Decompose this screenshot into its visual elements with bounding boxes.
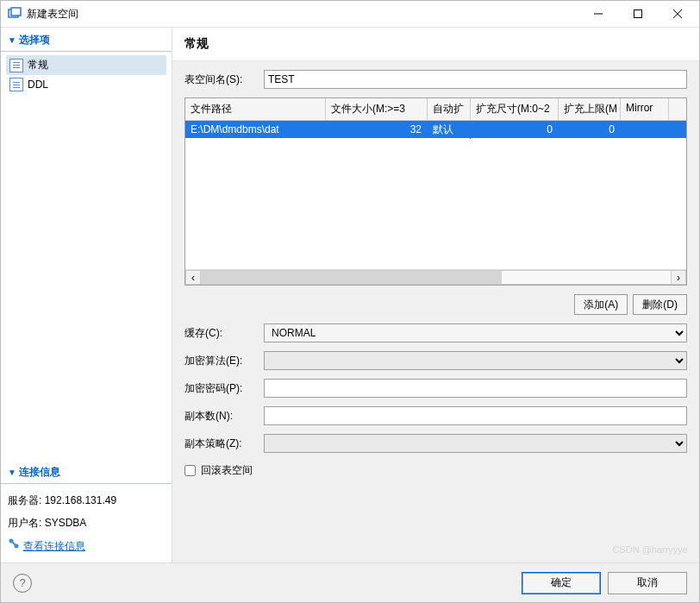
server-value: 192.168.131.49 xyxy=(45,494,116,506)
table-row[interactable]: E:\DM\dmdbms\dat 32 默认 0 0 xyxy=(185,121,686,138)
connection-header-label: 连接信息 xyxy=(19,465,60,480)
collapse-arrow-icon: ▼ xyxy=(8,468,16,477)
server-row: 服务器: 192.168.131.49 xyxy=(8,489,165,512)
link-icon xyxy=(8,535,20,557)
svg-rect-3 xyxy=(634,10,642,18)
view-connection-label: 查看连接信息 xyxy=(23,535,85,557)
cell-extsize: 0 xyxy=(471,122,559,137)
replica-input[interactable] xyxy=(264,406,687,425)
tablespace-name-label: 表空间名(S): xyxy=(184,72,257,87)
maximize-button[interactable] xyxy=(618,1,658,27)
horizontal-scrollbar[interactable]: ‹ › xyxy=(185,269,686,285)
cell-extlimit: 0 xyxy=(559,122,621,137)
ok-button[interactable]: 确定 xyxy=(522,572,601,594)
sidebar: ▼ 选择项 常规 DDL ▼ 连接信息 服务器: 192.168.131.49 xyxy=(1,28,172,562)
col-size[interactable]: 文件大小(M:>=3 xyxy=(326,98,428,120)
user-row: 用户名: SYSDBA xyxy=(8,512,165,534)
user-value: SYSDBA xyxy=(45,517,87,529)
footer: ? 确定 取消 xyxy=(1,562,699,602)
help-button[interactable]: ? xyxy=(13,574,32,593)
col-extlimit[interactable]: 扩充上限(M xyxy=(559,98,621,120)
delete-button[interactable]: 删除(D) xyxy=(633,294,687,315)
sidebar-item-ddl[interactable]: DDL xyxy=(6,75,166,94)
policy-select[interactable] xyxy=(264,434,687,453)
svg-line-8 xyxy=(13,542,16,544)
close-button[interactable] xyxy=(658,1,697,27)
col-path[interactable]: 文件路径 xyxy=(185,98,326,120)
rollback-label: 回滚表空间 xyxy=(201,463,253,478)
titlebar: 新建表空间 xyxy=(1,1,699,27)
page-icon xyxy=(9,59,23,72)
server-label: 服务器: xyxy=(8,494,41,506)
cell-path: E:\DM\dmdbms\dat xyxy=(185,122,326,137)
policy-label: 副本策略(Z): xyxy=(184,437,257,451)
enc-algo-select[interactable] xyxy=(264,351,687,370)
sidebar-item-label: 常规 xyxy=(28,58,48,72)
enc-pwd-label: 加密密码(P): xyxy=(184,381,257,396)
app-icon xyxy=(8,7,22,21)
sidebar-item-label: DDL xyxy=(28,79,48,91)
rollback-checkbox[interactable] xyxy=(184,465,196,476)
options-header[interactable]: ▼ 选择项 xyxy=(1,28,172,52)
view-connection-link[interactable]: 查看连接信息 xyxy=(8,535,165,557)
cell-auto: 默认 xyxy=(428,121,471,139)
collapse-arrow-icon: ▼ xyxy=(8,35,16,45)
window-title: 新建表空间 xyxy=(27,7,578,22)
cell-mirror xyxy=(621,128,669,131)
main-panel: 常规 表空间名(S): 文件路径 文件大小(M:>=3 自动扩 扩充尺寸(M:0… xyxy=(172,28,699,562)
scroll-thumb[interactable] xyxy=(201,271,502,284)
col-mirror[interactable]: Mirror xyxy=(621,98,669,120)
cancel-button[interactable]: 取消 xyxy=(608,572,687,594)
enc-pwd-input[interactable] xyxy=(264,379,687,398)
svg-rect-1 xyxy=(11,8,21,16)
page-icon xyxy=(9,78,23,91)
scroll-left-icon[interactable]: ‹ xyxy=(185,270,201,285)
file-grid[interactable]: 文件路径 文件大小(M:>=3 自动扩 扩充尺寸(M:0~2 扩充上限(M Mi… xyxy=(184,97,687,286)
page-title: 常规 xyxy=(172,28,699,61)
scroll-right-icon[interactable]: › xyxy=(671,270,686,285)
minimize-button[interactable] xyxy=(578,1,618,27)
sidebar-item-general[interactable]: 常规 xyxy=(6,55,166,75)
col-extsize[interactable]: 扩充尺寸(M:0~2 xyxy=(471,98,559,120)
replica-label: 副本数(N): xyxy=(184,409,257,424)
connection-header[interactable]: ▼ 连接信息 xyxy=(1,460,172,484)
tablespace-name-input[interactable] xyxy=(264,70,687,89)
cache-label: 缓存(C): xyxy=(184,326,257,341)
options-header-label: 选择项 xyxy=(19,33,50,47)
add-button[interactable]: 添加(A) xyxy=(574,294,628,315)
cache-select[interactable]: NORMAL xyxy=(264,323,687,342)
col-auto[interactable]: 自动扩 xyxy=(428,98,471,120)
enc-algo-label: 加密算法(E): xyxy=(184,354,257,368)
cell-size: 32 xyxy=(326,122,428,137)
user-label: 用户名: xyxy=(8,517,41,529)
